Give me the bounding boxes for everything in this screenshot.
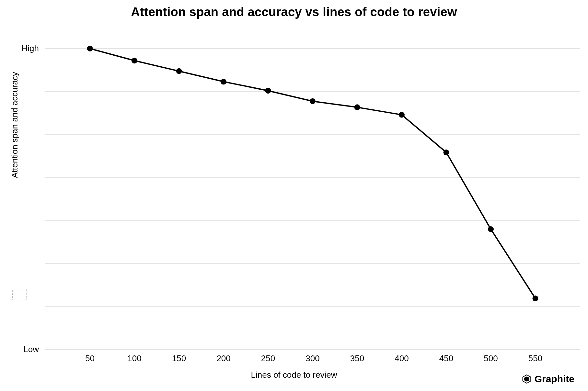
x-tick-label: 250 <box>261 353 275 363</box>
data-point <box>310 98 316 104</box>
brand-label: Graphite <box>535 374 574 385</box>
x-tick-label: 400 <box>395 353 409 363</box>
y-tick-label-high: High <box>22 43 39 53</box>
x-axis-label: Lines of code to review <box>0 370 588 380</box>
x-tick-label: 50 <box>85 353 95 363</box>
x-tick-label: 550 <box>528 353 542 363</box>
x-tick-label: 500 <box>484 353 498 363</box>
brand-logo: Graphite <box>522 374 574 385</box>
svg-marker-1 <box>524 376 529 382</box>
x-tick-label: 300 <box>306 353 319 363</box>
y-tick-label-low: Low <box>23 344 39 354</box>
data-line <box>90 49 536 298</box>
data-point <box>221 79 226 84</box>
data-point <box>399 112 405 118</box>
x-tick-label: 450 <box>439 353 453 363</box>
data-point <box>444 150 449 155</box>
x-tick-label: 350 <box>350 353 364 363</box>
graphite-icon <box>522 374 531 384</box>
data-point <box>132 58 137 63</box>
data-point <box>488 226 494 232</box>
data-point <box>354 104 360 110</box>
data-point <box>87 46 93 51</box>
selection-indicator-icon <box>12 289 27 300</box>
x-tick-label: 200 <box>216 353 230 363</box>
line-chart: 50100150200250300350400450500550LowHigh <box>0 0 588 391</box>
data-point <box>265 88 271 94</box>
x-tick-label: 150 <box>172 353 186 363</box>
data-point <box>176 68 182 74</box>
x-tick-label: 100 <box>127 353 141 363</box>
y-axis-label: Attention span and accuracy <box>10 72 20 178</box>
data-point <box>533 296 538 301</box>
